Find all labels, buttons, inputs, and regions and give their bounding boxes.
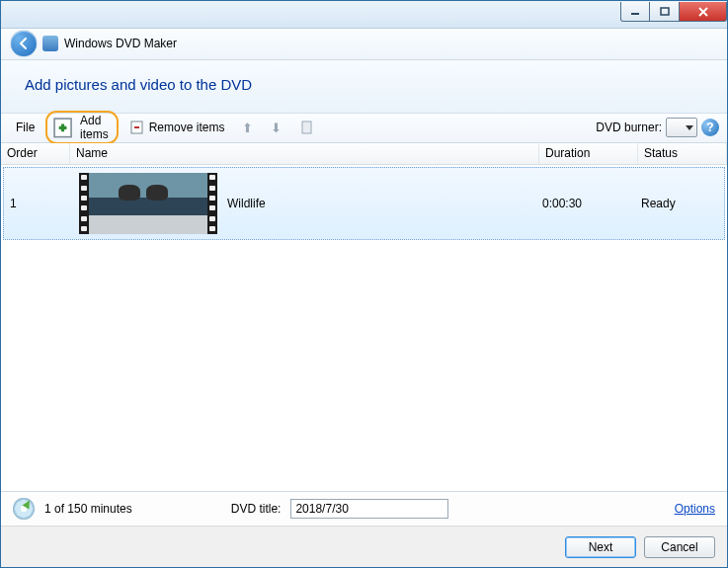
item-name: Wildlife [221, 197, 536, 210]
help-button[interactable]: ? [701, 119, 719, 136]
arrow-up-icon: ⬆ [242, 121, 253, 135]
list-header: Order Name Duration Status [1, 143, 727, 165]
svg-rect-1 [661, 8, 669, 15]
column-status[interactable]: Status [638, 143, 727, 164]
footer: Next Cancel [1, 526, 727, 567]
items-list: Order Name Duration Status 1 Wildlife 0:… [1, 143, 727, 491]
dvd-title-input[interactable] [290, 499, 448, 519]
item-status: Ready [635, 197, 724, 210]
dvd-title-label: DVD title: [231, 502, 282, 516]
page-heading: Add pictures and video to the DVD [1, 60, 727, 114]
move-down-button[interactable]: ⬇ [264, 118, 288, 138]
remove-items-label: Remove items [149, 121, 225, 134]
window-frame: Windows DVD Maker Add pictures and video… [0, 0, 728, 568]
item-order: 1 [4, 197, 73, 210]
item-duration: 0:00:30 [536, 197, 635, 210]
app-title: Windows DVD Maker [64, 37, 177, 50]
dvd-burner-label: DVD burner: [596, 121, 662, 134]
remove-items-icon [129, 120, 145, 135]
file-menu[interactable]: File [9, 118, 41, 137]
move-up-button[interactable]: ⬆ [235, 118, 260, 138]
svg-rect-4 [302, 122, 311, 133]
window-maximize-button[interactable] [650, 2, 680, 22]
back-button[interactable] [11, 31, 37, 56]
add-items-icon [51, 116, 76, 140]
window-minimize-button[interactable] [620, 2, 650, 22]
svg-rect-0 [631, 13, 639, 15]
dvd-burner-select[interactable] [666, 118, 697, 137]
titlebar [1, 1, 727, 29]
help-icon: ? [706, 121, 713, 134]
list-body[interactable]: 1 Wildlife 0:00:30 Ready [1, 165, 727, 491]
arrow-down-icon: ⬇ [271, 121, 282, 135]
next-button[interactable]: Next [565, 536, 636, 558]
add-items-label: Add items [80, 114, 109, 141]
arrow-left-icon [17, 37, 31, 50]
properties-button[interactable] [292, 117, 322, 138]
cancel-button[interactable]: Cancel [644, 536, 715, 558]
column-order[interactable]: Order [1, 143, 70, 164]
list-item[interactable]: 1 Wildlife 0:00:30 Ready [3, 167, 725, 240]
item-thumbnail [79, 173, 217, 234]
minutes-used-text: 1 of 150 minutes [44, 502, 132, 516]
window-close-button[interactable] [680, 2, 727, 22]
add-items-button[interactable]: Add items [45, 111, 118, 144]
page-icon [299, 120, 315, 135]
disc-usage-icon [13, 498, 35, 520]
film-frame-icon [89, 173, 207, 234]
column-name[interactable]: Name [70, 143, 539, 164]
options-link[interactable]: Options [675, 502, 715, 516]
column-duration[interactable]: Duration [539, 143, 638, 164]
status-bar: 1 of 150 minutes DVD title: Options [1, 491, 727, 527]
app-icon [42, 36, 58, 51]
toolbar: File Add items Remove items ⬆ ⬇ DVD burn… [1, 114, 727, 143]
header-row: Windows DVD Maker [1, 29, 727, 60]
remove-items-button[interactable]: Remove items [122, 117, 232, 138]
